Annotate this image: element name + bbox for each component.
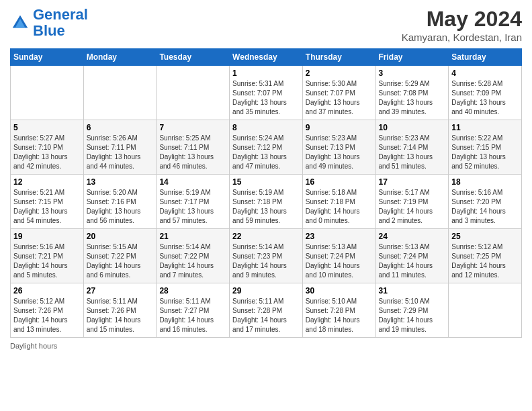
weekday-header-saturday: Saturday: [449, 49, 522, 66]
calendar-cell: [449, 283, 522, 338]
day-number: 12: [13, 177, 81, 187]
day-info: Sunrise: 5:11 AM Sunset: 7:27 PM Dayligh…: [159, 297, 226, 334]
calendar-cell: 5Sunrise: 5:27 AM Sunset: 7:10 PM Daylig…: [11, 120, 84, 175]
weekday-header-row: SundayMondayTuesdayWednesdayThursdayFrid…: [11, 49, 522, 66]
calendar-cell: 20Sunrise: 5:15 AM Sunset: 7:22 PM Dayli…: [83, 229, 157, 283]
day-info: Sunrise: 5:23 AM Sunset: 7:13 PM Dayligh…: [306, 134, 373, 171]
calendar-cell: 21Sunrise: 5:14 AM Sunset: 7:22 PM Dayli…: [157, 229, 230, 283]
calendar-cell: 28Sunrise: 5:11 AM Sunset: 7:27 PM Dayli…: [157, 283, 230, 338]
calendar-cell: 23Sunrise: 5:13 AM Sunset: 7:24 PM Dayli…: [302, 229, 375, 283]
day-info: Sunrise: 5:21 AM Sunset: 7:15 PM Dayligh…: [13, 188, 81, 226]
day-info: Sunrise: 5:16 AM Sunset: 7:20 PM Dayligh…: [451, 188, 519, 226]
day-number: 19: [13, 232, 81, 241]
weekday-header-tuesday: Tuesday: [157, 49, 230, 66]
day-number: 31: [379, 286, 446, 295]
day-info: Sunrise: 5:28 AM Sunset: 7:09 PM Dayligh…: [451, 79, 519, 117]
calendar-cell: 30Sunrise: 5:10 AM Sunset: 7:28 PM Dayli…: [302, 283, 375, 338]
day-info: Sunrise: 5:27 AM Sunset: 7:10 PM Dayligh…: [13, 134, 81, 171]
calendar-week-row: 12Sunrise: 5:21 AM Sunset: 7:15 PM Dayli…: [11, 175, 522, 229]
logo: General Blue: [10, 7, 88, 39]
day-info: Sunrise: 5:10 AM Sunset: 7:28 PM Dayligh…: [306, 297, 373, 334]
day-info: Sunrise: 5:12 AM Sunset: 7:26 PM Dayligh…: [13, 297, 81, 334]
day-info: Sunrise: 5:19 AM Sunset: 7:18 PM Dayligh…: [232, 188, 300, 226]
day-info: Sunrise: 5:29 AM Sunset: 7:08 PM Dayligh…: [379, 79, 446, 117]
logo-blue: Blue: [33, 22, 65, 39]
day-info: Sunrise: 5:14 AM Sunset: 7:22 PM Dayligh…: [159, 242, 226, 280]
calendar-cell: 10Sunrise: 5:23 AM Sunset: 7:14 PM Dayli…: [375, 120, 449, 175]
calendar-cell: 6Sunrise: 5:26 AM Sunset: 7:11 PM Daylig…: [83, 120, 157, 175]
calendar-cell: [83, 66, 157, 120]
calendar-cell: 13Sunrise: 5:20 AM Sunset: 7:16 PM Dayli…: [83, 175, 157, 229]
main-title: May 2024: [402, 7, 522, 32]
calendar-cell: 17Sunrise: 5:17 AM Sunset: 7:19 PM Dayli…: [375, 175, 449, 229]
calendar-table: SundayMondayTuesdayWednesdayThursdayFrid…: [10, 48, 522, 338]
day-info: Sunrise: 5:13 AM Sunset: 7:24 PM Dayligh…: [306, 242, 373, 280]
day-info: Sunrise: 5:15 AM Sunset: 7:22 PM Dayligh…: [87, 242, 154, 280]
day-info: Sunrise: 5:23 AM Sunset: 7:14 PM Dayligh…: [379, 134, 446, 171]
day-number: 9: [306, 123, 373, 132]
day-number: 28: [159, 286, 226, 295]
calendar-cell: 14Sunrise: 5:19 AM Sunset: 7:17 PM Dayli…: [157, 175, 230, 229]
weekday-header-monday: Monday: [83, 49, 157, 66]
calendar-week-row: 1Sunrise: 5:31 AM Sunset: 7:07 PM Daylig…: [11, 66, 522, 120]
calendar-cell: 31Sunrise: 5:10 AM Sunset: 7:29 PM Dayli…: [375, 283, 449, 338]
calendar-cell: 22Sunrise: 5:14 AM Sunset: 7:23 PM Dayli…: [230, 229, 303, 283]
day-info: Sunrise: 5:26 AM Sunset: 7:11 PM Dayligh…: [87, 134, 154, 171]
calendar-cell: 9Sunrise: 5:23 AM Sunset: 7:13 PM Daylig…: [302, 120, 375, 175]
day-info: Sunrise: 5:12 AM Sunset: 7:25 PM Dayligh…: [451, 242, 519, 280]
calendar-cell: 3Sunrise: 5:29 AM Sunset: 7:08 PM Daylig…: [375, 66, 449, 120]
day-info: Sunrise: 5:22 AM Sunset: 7:15 PM Dayligh…: [451, 134, 519, 171]
day-info: Sunrise: 5:18 AM Sunset: 7:18 PM Dayligh…: [306, 188, 373, 226]
day-number: 6: [87, 123, 154, 132]
day-number: 21: [159, 232, 226, 241]
day-number: 14: [159, 177, 226, 187]
calendar-week-row: 19Sunrise: 5:16 AM Sunset: 7:21 PM Dayli…: [11, 229, 522, 283]
day-number: 16: [306, 177, 373, 187]
day-number: 4: [451, 68, 519, 78]
day-info: Sunrise: 5:30 AM Sunset: 7:07 PM Dayligh…: [306, 79, 373, 117]
subtitle: Kamyaran, Kordestan, Iran: [402, 32, 522, 43]
header: General Blue May 2024 Kamyaran, Kordesta…: [10, 7, 522, 43]
day-number: 3: [379, 68, 446, 78]
calendar-cell: 27Sunrise: 5:11 AM Sunset: 7:26 PM Dayli…: [83, 283, 157, 338]
day-info: Sunrise: 5:16 AM Sunset: 7:21 PM Dayligh…: [13, 242, 81, 280]
day-number: 10: [379, 123, 446, 132]
calendar-cell: 19Sunrise: 5:16 AM Sunset: 7:21 PM Dayli…: [11, 229, 84, 283]
calendar-cell: 1Sunrise: 5:31 AM Sunset: 7:07 PM Daylig…: [230, 66, 303, 120]
calendar-cell: 8Sunrise: 5:24 AM Sunset: 7:12 PM Daylig…: [230, 120, 303, 175]
day-number: 27: [87, 286, 154, 295]
calendar-cell: 25Sunrise: 5:12 AM Sunset: 7:25 PM Dayli…: [449, 229, 522, 283]
calendar-cell: 12Sunrise: 5:21 AM Sunset: 7:15 PM Dayli…: [11, 175, 84, 229]
calendar-cell: 11Sunrise: 5:22 AM Sunset: 7:15 PM Dayli…: [449, 120, 522, 175]
calendar-cell: 16Sunrise: 5:18 AM Sunset: 7:18 PM Dayli…: [302, 175, 375, 229]
day-info: Sunrise: 5:14 AM Sunset: 7:23 PM Dayligh…: [232, 242, 300, 280]
day-number: 26: [13, 286, 81, 295]
calendar-cell: 4Sunrise: 5:28 AM Sunset: 7:09 PM Daylig…: [449, 66, 522, 120]
day-info: Sunrise: 5:17 AM Sunset: 7:19 PM Dayligh…: [379, 188, 446, 226]
page: General Blue May 2024 Kamyaran, Kordesta…: [0, 0, 532, 411]
day-number: 29: [232, 286, 300, 295]
calendar-cell: 15Sunrise: 5:19 AM Sunset: 7:18 PM Dayli…: [230, 175, 303, 229]
daylight-hours-label: Daylight hours: [10, 342, 57, 350]
day-number: 8: [232, 123, 300, 132]
calendar-cell: 26Sunrise: 5:12 AM Sunset: 7:26 PM Dayli…: [11, 283, 84, 338]
weekday-header-thursday: Thursday: [302, 49, 375, 66]
day-info: Sunrise: 5:31 AM Sunset: 7:07 PM Dayligh…: [232, 79, 300, 117]
day-info: Sunrise: 5:25 AM Sunset: 7:11 PM Dayligh…: [159, 134, 226, 171]
logo-general: General: [33, 6, 88, 23]
day-number: 17: [379, 177, 446, 187]
day-number: 18: [451, 177, 519, 187]
day-info: Sunrise: 5:11 AM Sunset: 7:26 PM Dayligh…: [87, 297, 154, 334]
calendar-cell: 7Sunrise: 5:25 AM Sunset: 7:11 PM Daylig…: [157, 120, 230, 175]
title-block: May 2024 Kamyaran, Kordestan, Iran: [402, 7, 522, 43]
day-number: 1: [232, 68, 300, 78]
weekday-header-wednesday: Wednesday: [230, 49, 303, 66]
day-info: Sunrise: 5:10 AM Sunset: 7:29 PM Dayligh…: [379, 297, 446, 334]
day-info: Sunrise: 5:11 AM Sunset: 7:28 PM Dayligh…: [232, 297, 300, 334]
day-number: 7: [159, 123, 226, 132]
footer: Daylight hours: [10, 342, 522, 350]
calendar-cell: 29Sunrise: 5:11 AM Sunset: 7:28 PM Dayli…: [230, 283, 303, 338]
day-number: 13: [87, 177, 154, 187]
weekday-header-friday: Friday: [375, 49, 449, 66]
day-number: 15: [232, 177, 300, 187]
